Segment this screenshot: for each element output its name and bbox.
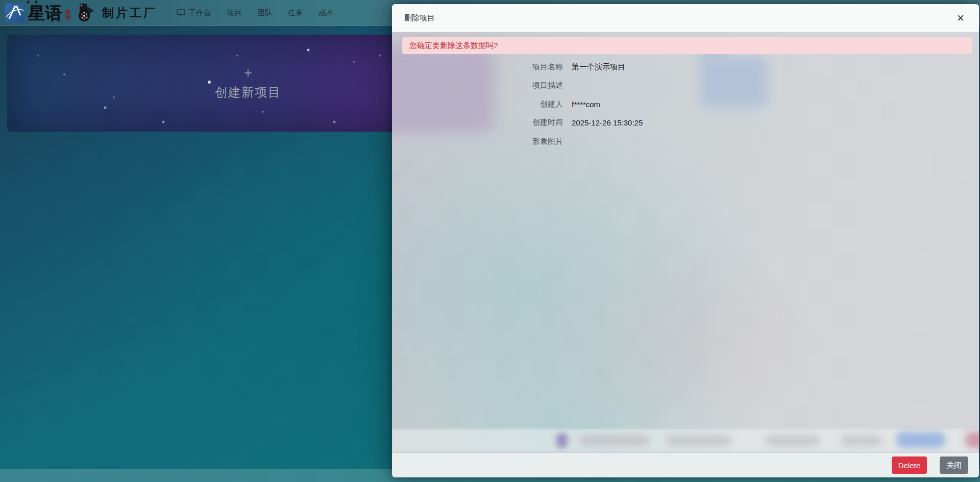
blurred-input-behind — [580, 435, 650, 446]
field-value: 2025-12-26 15:30:25 — [572, 118, 643, 127]
plus-icon: + — [244, 66, 252, 80]
main-nav: 工作台 项目 团队 任务 成本 — [177, 8, 334, 18]
delete-project-modal: 删除项目 ✕ 您确定要删除这条数据吗? 项目名称 第一个演示项目 项目描述 — [392, 4, 979, 477]
brand-stars-decoration: ★★ — [26, 0, 42, 5]
alert-text: 您确定要删除这条数据吗? — [409, 41, 498, 50]
nav-item-tasks[interactable]: 任务 — [288, 8, 303, 18]
brand-word: ★★ 星语 — [28, 5, 63, 21]
nav-item-teams[interactable]: 团队 — [257, 8, 273, 18]
brand-seal — [64, 8, 71, 20]
delete-confirmation-alert: 您确定要删除这条数据吗? — [402, 37, 972, 54]
delete-button[interactable]: Delete — [892, 456, 927, 474]
blurred-avatar-behind — [556, 433, 568, 448]
project-detail-form: 项目名称 第一个演示项目 项目描述 创建人 f****com 创建时间 2025… — [392, 58, 979, 151]
field-label: 形象图片 — [392, 137, 563, 146]
create-new-project-label: 创建新项目 — [215, 84, 281, 100]
form-row-created-time: 创建时间 2025-12-26 15:30:25 — [392, 114, 979, 133]
nav-item-label: 成本 — [318, 8, 334, 18]
nav-item-label: 团队 — [257, 8, 273, 18]
star-dots-decoration — [7, 35, 8, 36]
close-button[interactable]: 关闭 — [940, 456, 968, 474]
blurred-button-behind — [897, 432, 945, 448]
film-camera-icon — [76, 2, 97, 23]
blurred-text-behind — [766, 435, 819, 446]
form-row-creator: 创建人 f****com — [392, 95, 979, 114]
blurred-input-behind — [666, 435, 731, 446]
form-row-project-description: 项目描述 — [392, 77, 979, 95]
blurred-button-behind — [966, 432, 979, 448]
nav-item-workbench[interactable]: 工作台 — [177, 8, 211, 18]
field-label: 创建时间 — [392, 118, 563, 128]
nav-item-label: 任务 — [288, 8, 303, 18]
brand-block[interactable]: ★★ 星语 制片工厂 — [0, 0, 157, 26]
field-value: f****com — [572, 100, 600, 109]
field-label: 项目名称 — [392, 62, 563, 72]
nav-item-costs[interactable]: 成本 — [318, 8, 334, 18]
studio-name: 制片工厂 — [102, 5, 157, 21]
modal-title: 删除项目 — [404, 13, 435, 23]
field-label: 创建人 — [392, 99, 563, 109]
workbench-icon — [177, 9, 185, 17]
close-icon[interactable]: ✕ — [954, 11, 967, 25]
form-row-image: 形象图片 — [392, 132, 979, 151]
field-label: 项目描述 — [392, 81, 563, 90]
nav-item-label: 项目 — [227, 8, 242, 18]
nav-item-projects[interactable]: 项目 — [227, 8, 242, 18]
blurred-text-behind — [841, 435, 882, 446]
nav-item-label: 工作台 — [188, 8, 211, 18]
modal-body: 您确定要删除这条数据吗? 项目名称 第一个演示项目 项目描述 创建人 f****… — [392, 32, 979, 452]
modal-header: 删除项目 ✕ — [392, 4, 979, 32]
company-logo-icon — [5, 4, 24, 22]
modal-footer: Delete 关闭 — [392, 452, 979, 477]
field-value: 第一个演示项目 — [572, 62, 625, 72]
form-row-project-name: 项目名称 第一个演示项目 — [392, 58, 979, 77]
